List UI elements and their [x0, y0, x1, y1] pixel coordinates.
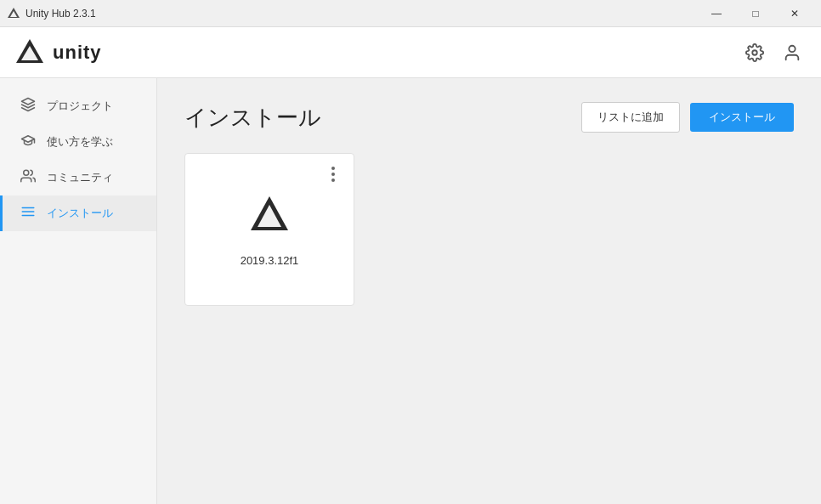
- svg-point-6: [24, 170, 29, 175]
- title-bar-text: Unity Hub 2.3.1: [25, 8, 96, 20]
- svg-point-11: [331, 173, 335, 176]
- card-unity-logo: [247, 193, 292, 241]
- sidebar-item-projects-label: プロジェクト: [47, 99, 113, 114]
- account-icon: [783, 43, 801, 62]
- account-button[interactable]: [777, 37, 807, 68]
- sidebar-item-community-label: コミュニティ: [47, 170, 113, 185]
- svg-point-5: [789, 45, 795, 51]
- svg-point-4: [752, 50, 757, 55]
- header-actions: [739, 37, 807, 68]
- sidebar-item-installs[interactable]: インストール: [0, 195, 156, 231]
- add-to-list-button[interactable]: リストに追加: [581, 102, 680, 133]
- content-header: インストール リストに追加 インストール: [184, 102, 794, 133]
- card-version-text: 2019.3.12f1: [241, 254, 299, 267]
- sidebar-item-installs-label: インストール: [47, 206, 113, 221]
- unity-logo-text: unity: [53, 42, 102, 64]
- app-header: unity: [0, 27, 821, 78]
- unity-logo: unity: [14, 37, 102, 69]
- projects-icon: [20, 97, 37, 116]
- sidebar-item-projects[interactable]: プロジェクト: [0, 88, 156, 124]
- title-bar-left: Unity Hub 2.3.1: [7, 7, 96, 20]
- learn-icon: [20, 133, 37, 151]
- sidebar: プロジェクト 使い方を学ぶ コミュニティ: [0, 78, 157, 504]
- settings-button[interactable]: [739, 37, 770, 68]
- sidebar-item-community[interactable]: コミュニティ: [0, 160, 156, 195]
- unity-diamond-icon: [247, 193, 292, 237]
- content-area: インストール リストに追加 インストール: [157, 78, 821, 504]
- content-actions: リストに追加 インストール: [581, 102, 794, 133]
- install-button[interactable]: インストール: [690, 103, 794, 132]
- maximize-button[interactable]: □: [736, 0, 775, 27]
- minimize-button[interactable]: —: [697, 0, 736, 27]
- main-layout: プロジェクト 使い方を学ぶ コミュニティ: [0, 78, 821, 504]
- sidebar-item-learn-label: 使い方を学ぶ: [47, 134, 113, 150]
- install-card[interactable]: 2019.3.12f1: [184, 153, 354, 306]
- more-options-icon: [331, 167, 335, 182]
- sidebar-item-learn[interactable]: 使い方を学ぶ: [0, 124, 156, 160]
- svg-point-12: [331, 178, 335, 182]
- gear-icon: [745, 43, 764, 62]
- installs-icon: [20, 204, 37, 223]
- unity-logo-icon: [14, 37, 46, 69]
- close-button[interactable]: ✕: [775, 0, 814, 27]
- title-bar: Unity Hub 2.3.1 — □ ✕: [0, 0, 821, 27]
- title-bar-unity-icon: [7, 7, 20, 20]
- content-title: インストール: [184, 103, 321, 133]
- title-bar-controls: — □ ✕: [697, 0, 814, 27]
- card-menu-button[interactable]: [321, 162, 345, 186]
- svg-point-10: [331, 167, 335, 170]
- community-icon: [20, 168, 37, 187]
- cards-grid: 2019.3.12f1: [184, 153, 794, 306]
